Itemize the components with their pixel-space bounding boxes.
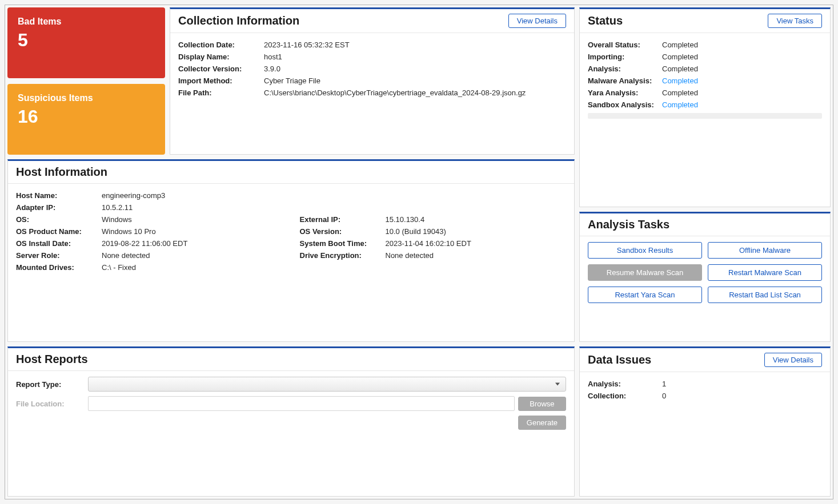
issues-analysis-label: Analysis: <box>588 380 662 388</box>
status-card: Status View Tasks Overall Status:Complet… <box>579 7 831 207</box>
view-tasks-button[interactable]: View Tasks <box>768 14 822 28</box>
sandbox-analysis-value[interactable]: Completed <box>662 100 822 109</box>
status-progress-bar <box>588 113 822 119</box>
collector-version-label: Collector Version: <box>178 64 264 73</box>
file-location-label: File Location: <box>16 400 85 408</box>
analysis-tasks-title: Analysis Tasks <box>588 218 669 231</box>
importing-label: Importing: <box>588 53 662 61</box>
adapter-ip-value: 10.5.2.11 <box>102 203 566 212</box>
overall-status-label: Overall Status: <box>588 41 662 49</box>
restart-yara-scan-button[interactable]: Restart Yara Scan <box>588 287 702 303</box>
import-method-value: Cyber Triage File <box>264 76 566 85</box>
report-type-select[interactable] <box>88 377 566 392</box>
offline-malware-button[interactable]: Offline Malware <box>708 242 822 259</box>
adapter-ip-label: Adapter IP: <box>16 203 102 212</box>
os-version-label: OS Version: <box>300 227 386 236</box>
yara-analysis-value: Completed <box>662 88 822 97</box>
restart-malware-scan-button[interactable]: Restart Malware Scan <box>708 264 822 281</box>
data-issues-card: Data Issues View Details Analysis:1 Coll… <box>579 346 831 497</box>
file-path-label: File Path: <box>178 88 264 97</box>
mounted-drives-label: Mounted Drives: <box>16 263 102 272</box>
hostname-label: Host Name: <box>16 191 102 200</box>
dashboard: Bad Items 5 Suspicious Items 16 Collecti… <box>5 5 833 499</box>
host-reports-title: Host Reports <box>16 353 88 366</box>
host-info-card: Host Information Host Name:engineering-c… <box>7 159 575 342</box>
sandbox-results-button[interactable]: Sandbox Results <box>588 242 702 259</box>
view-details-button[interactable]: View Details <box>508 14 566 28</box>
bad-items-tile[interactable]: Bad Items 5 <box>7 7 165 78</box>
os-product-label: OS Product Name: <box>16 227 102 236</box>
boot-time-label: System Boot Time: <box>300 239 386 248</box>
server-role-value: None detected <box>102 251 283 260</box>
host-info-title: Host Information <box>16 166 107 179</box>
os-install-value: 2019-08-22 11:06:00 EDT <box>102 239 283 248</box>
suspicious-items-count: 16 <box>18 107 155 127</box>
restart-bad-list-scan-button[interactable]: Restart Bad List Scan <box>708 287 822 303</box>
collection-info-card: Collection Information View Details Coll… <box>170 7 575 155</box>
right-column: Status View Tasks Overall Status:Complet… <box>579 7 831 497</box>
mounted-drives-value: C:\ - Fixed <box>102 263 283 272</box>
yara-analysis-label: Yara Analysis: <box>588 88 662 97</box>
os-install-label: OS Install Date: <box>16 239 102 248</box>
suspicious-items-label: Suspicious Items <box>18 93 155 103</box>
display-name-label: Display Name: <box>178 53 264 61</box>
malware-analysis-value[interactable]: Completed <box>662 76 822 85</box>
generate-button[interactable]: Generate <box>518 416 566 430</box>
data-issues-title: Data Issues <box>588 353 651 366</box>
suspicious-items-tile[interactable]: Suspicious Items 16 <box>7 84 165 155</box>
resume-malware-scan-button[interactable]: Resume Malware Scan <box>588 264 702 281</box>
issues-collection-label: Collection: <box>588 392 662 400</box>
status-title: Status <box>588 14 623 27</box>
collector-version-value: 3.9.0 <box>264 64 566 73</box>
external-ip-label: External IP: <box>300 215 386 224</box>
collection-date-label: Collection Date: <box>178 41 264 49</box>
file-path-value: C:\Users\brianc\Desktop\CyberTriage\cybe… <box>264 88 566 97</box>
report-type-label: Report Type: <box>16 380 85 389</box>
file-location-input[interactable] <box>88 396 515 411</box>
malware-analysis-label: Malware Analysis: <box>588 76 662 85</box>
sandbox-analysis-label: Sandbox Analysis: <box>588 100 662 109</box>
bad-items-count: 5 <box>18 30 155 50</box>
display-name-value: host1 <box>264 53 566 61</box>
os-product-value: Windows 10 Pro <box>102 227 283 236</box>
browse-button[interactable]: Browse <box>518 397 566 411</box>
top-row: Bad Items 5 Suspicious Items 16 Collecti… <box>7 7 575 155</box>
collection-date-value: 2023-11-16 05:32:32 EST <box>264 41 566 49</box>
os-value: Windows <box>102 215 283 224</box>
importing-value: Completed <box>662 53 822 61</box>
os-version-value: 10.0 (Build 19043) <box>386 227 567 236</box>
issues-collection-value: 0 <box>662 392 822 400</box>
left-column: Bad Items 5 Suspicious Items 16 Collecti… <box>7 7 575 497</box>
os-label: OS: <box>16 215 102 224</box>
summary-tiles: Bad Items 5 Suspicious Items 16 <box>7 7 165 155</box>
import-method-label: Import Method: <box>178 76 264 85</box>
analysis-status-label: Analysis: <box>588 64 662 73</box>
server-role-label: Server Role: <box>16 251 102 260</box>
external-ip-value: 15.10.130.4 <box>386 215 567 224</box>
issues-analysis-value: 1 <box>662 380 822 388</box>
analysis-status-value: Completed <box>662 64 822 73</box>
drive-encryption-value: None detected <box>386 251 567 260</box>
bad-items-label: Bad Items <box>18 17 155 27</box>
analysis-tasks-card: Analysis Tasks Sandbox Results Offline M… <box>579 212 831 342</box>
collection-info-title: Collection Information <box>178 14 299 27</box>
host-reports-card: Host Reports Report Type: File Location:… <box>7 346 575 497</box>
boot-time-value: 2023-11-04 16:02:10 EDT <box>386 239 567 248</box>
data-issues-view-details-button[interactable]: View Details <box>764 353 822 367</box>
overall-status-value: Completed <box>662 41 822 49</box>
drive-encryption-label: Drive Encryption: <box>300 251 386 260</box>
hostname-value: engineering-comp3 <box>102 191 566 200</box>
